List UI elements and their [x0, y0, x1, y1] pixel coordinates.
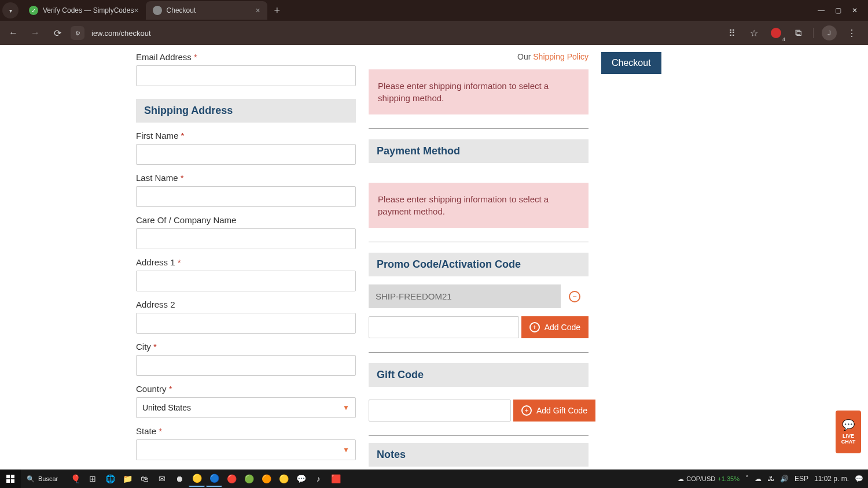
payment-method-header: Payment Method — [369, 139, 589, 163]
email-field[interactable] — [136, 65, 356, 86]
column-payment: Our Shipping Policy Please enter shippin… — [369, 52, 589, 467]
close-window-icon[interactable]: ✕ — [852, 6, 858, 14]
menu-icon[interactable]: ⋮ — [845, 26, 859, 40]
checkout-form: Email Address * Shipping Address First N… — [136, 45, 732, 469]
extension-count: 4 — [782, 36, 785, 42]
close-icon[interactable]: × — [134, 6, 138, 15]
notes-header: Notes — [369, 443, 589, 467]
add-gift-code-button[interactable]: + Add Gift Code — [513, 400, 595, 422]
last-name-field[interactable] — [136, 186, 356, 207]
tab-checkout[interactable]: Checkout × — [146, 1, 267, 20]
shipping-policy-line: Our Shipping Policy — [369, 52, 589, 61]
checkout-button[interactable]: Checkout — [601, 52, 661, 74]
address2-field[interactable] — [136, 313, 356, 334]
address1-label: Address 1 * — [136, 257, 356, 267]
applied-promo-row: SHIP-FREEDOM21 − — [369, 284, 589, 308]
page-viewport[interactable]: Email Address * Shipping Address First N… — [0, 45, 868, 469]
tab-search-dropdown[interactable]: ▾ — [2, 2, 19, 19]
close-icon[interactable]: × — [255, 6, 260, 15]
add-gift-label: Add Gift Code — [536, 406, 587, 415]
back-button[interactable]: ← — [5, 24, 22, 42]
remove-promo-button[interactable]: − — [569, 291, 580, 302]
browser-tab-strip: ▾ ✓ Verify Codes — SimplyCodes × Checkou… — [0, 0, 868, 21]
shipping-alert: Please enter shipping information to sel… — [369, 69, 589, 114]
gift-code-input[interactable] — [369, 400, 511, 422]
site-info-icon[interactable]: ⚙ — [71, 26, 84, 40]
maximize-icon[interactable]: ▢ — [835, 6, 841, 14]
care-of-label: Care Of / Company Name — [136, 215, 356, 225]
forward-button[interactable]: → — [27, 24, 44, 42]
city-label: City * — [136, 342, 356, 352]
promo-code-input[interactable] — [369, 316, 519, 338]
translate-icon[interactable]: ⠿ — [725, 26, 739, 40]
favicon-checkout — [153, 6, 162, 15]
extension-badge[interactable]: 4 — [769, 26, 783, 40]
tab-title: Verify Codes — SimplyCodes — [43, 6, 134, 14]
section-divider — [369, 435, 589, 436]
country-select[interactable]: United States ▼ — [136, 397, 356, 418]
column-checkout: Checkout — [601, 52, 688, 467]
add-code-button[interactable]: + Add Code — [521, 316, 589, 338]
shipping-policy-link[interactable]: Shipping Policy — [533, 52, 589, 61]
live-chat-button[interactable]: 💬 LIVECHAT — [836, 411, 861, 453]
email-label: Email Address * — [136, 52, 356, 62]
browser-toolbar: ← → ⟳ ⚙ iew.com/checkout ⠿ ☆ 4 ⧉ J ⋮ — [0, 21, 868, 45]
reload-button[interactable]: ⟳ — [49, 24, 66, 42]
live-chat-label: LIVECHAT — [841, 434, 855, 445]
shipping-address-header: Shipping Address — [136, 99, 356, 123]
toolbar-divider — [813, 28, 814, 38]
extensions-icon[interactable]: ⧉ — [791, 26, 805, 40]
minimize-icon[interactable]: ― — [818, 6, 825, 14]
tab-title: Checkout — [167, 6, 196, 14]
first-name-label: First Name * — [136, 131, 356, 141]
state-select[interactable]: ▼ — [136, 439, 356, 460]
last-name-label: Last Name * — [136, 173, 356, 183]
city-field[interactable] — [136, 355, 356, 376]
first-name-field[interactable] — [136, 144, 356, 165]
plus-circle-icon: + — [521, 405, 532, 416]
favicon-simplycodes: ✓ — [29, 6, 38, 15]
promo-code-header: Promo Code/Activation Code — [369, 253, 589, 276]
address2-label: Address 2 — [136, 300, 356, 309]
profile-avatar[interactable]: J — [822, 25, 837, 40]
applied-promo-code: SHIP-FREEDOM21 — [369, 284, 561, 308]
extension-dot-icon — [771, 28, 781, 38]
care-of-field[interactable] — [136, 228, 356, 249]
gift-code-header: Gift Code — [369, 363, 589, 387]
bookmark-icon[interactable]: ☆ — [747, 26, 761, 40]
column-shipping: Email Address * Shipping Address First N… — [136, 52, 356, 467]
address1-field[interactable] — [136, 271, 356, 291]
tab-simplycodes[interactable]: ✓ Verify Codes — SimplyCodes × — [22, 1, 146, 20]
section-divider — [369, 242, 589, 242]
address-bar[interactable]: iew.com/checkout — [91, 29, 720, 38]
gift-code-row: + Add Gift Code — [369, 400, 589, 422]
window-controls: ― ▢ ✕ — [818, 6, 866, 14]
chevron-down-icon: ▼ — [343, 446, 350, 454]
state-label: State * — [136, 426, 356, 436]
country-value: United States — [142, 403, 191, 412]
country-label: Country * — [136, 384, 356, 394]
section-divider — [369, 128, 589, 129]
section-divider — [369, 352, 589, 353]
payment-alert: Please enter shipping information to sel… — [369, 183, 589, 228]
add-code-label: Add Code — [545, 323, 580, 332]
plus-circle-icon: + — [529, 322, 540, 332]
promo-code-row: + Add Code — [369, 316, 589, 338]
chat-icon: 💬 — [842, 419, 855, 431]
chevron-down-icon: ▼ — [343, 404, 350, 412]
new-tab-button[interactable]: + — [267, 5, 288, 17]
